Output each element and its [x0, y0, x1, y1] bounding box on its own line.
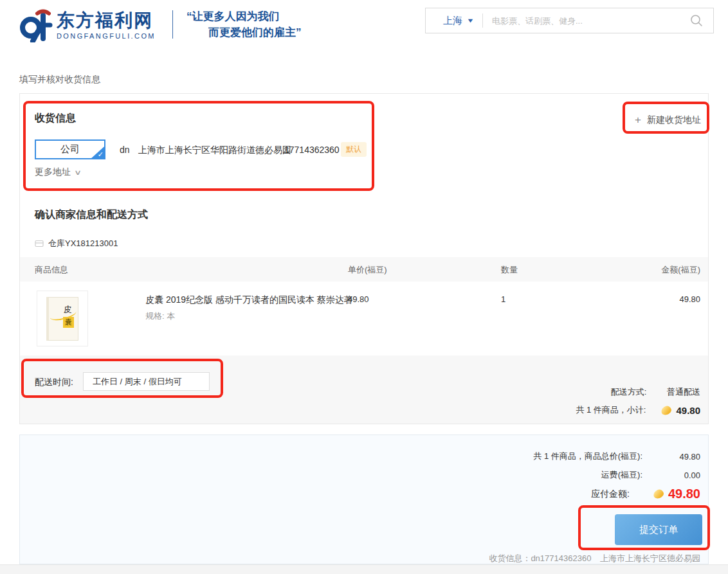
book-cover-char2: 囊 [63, 317, 74, 328]
subtotal-label: 共 1 件商品，小计: [576, 404, 646, 416]
search-input[interactable] [483, 16, 690, 26]
footer-address: 上海市上海长宁区德必易园 [600, 553, 700, 563]
more-addresses-toggle[interactable]: 更多地址 ∨ [35, 166, 80, 178]
bean-icon [652, 489, 664, 499]
shipping-value: 0.00 [642, 471, 700, 480]
logo-domain: DONGFANGFULI.COM [57, 32, 156, 40]
payable-value-wrap: 49.80 [630, 487, 700, 501]
logo-icon [18, 8, 53, 42]
caret-down-icon: ▼ [466, 17, 474, 24]
product-title[interactable]: 皮囊 2019纪念版 感动千万读者的国民读本 蔡崇达著 [145, 294, 353, 306]
slogan-line2: 而更爱他们的雇主” [187, 24, 302, 40]
product-image[interactable]: 皮 囊 [37, 291, 88, 346]
delivery-method-value: 普通配送 [667, 387, 700, 397]
delivery-band: 配送时间: 工作日 / 周末 / 假日均可 配送方式: 普通配送 共 1 件商品… [20, 355, 708, 424]
address-tag-company[interactable]: 公司 ✓ [35, 139, 105, 159]
delivery-time-label: 配送时间: [35, 377, 73, 388]
payable-row: 应付金额: 49.80 [591, 487, 700, 501]
footer-strip [0, 564, 728, 574]
delivery-time-select[interactable]: 工作日 / 周末 / 假日均可 [83, 372, 210, 391]
summary-panel: 共 1 件商品，商品总价(福豆): 49.80 运费(福豆): 0.00 应付金… [19, 435, 709, 564]
shipping-row: 运费(福豆): 0.00 [601, 469, 700, 481]
order-panel: 收货信息 + 新建收货地址 公司 ✓ dn 上海市上海长宁区华阳路街道德必易园 … [19, 93, 709, 424]
slogan-line1: “让更多人因为我们 [187, 8, 302, 24]
total-row: 共 1 件商品，商品总价(福豆): 49.80 [533, 451, 700, 462]
site-logo[interactable]: 东方福利网 DONGFANGFULI.COM [18, 8, 156, 42]
col-product-info: 商品信息 [35, 264, 68, 276]
slogan: “让更多人因为我们 而更爱他们的雇主” [187, 8, 302, 40]
product-table-header: 商品信息 单价(福豆) 数量 金额(福豆) [20, 257, 708, 282]
warehouse-row: 仓库YX181213001 [35, 238, 118, 249]
city-selector[interactable]: 上海 ▼ [426, 15, 482, 27]
more-addresses-label: 更多地址 [35, 166, 71, 178]
chevron-down-icon: ∨ [74, 168, 82, 177]
col-amount: 金额(福豆) [661, 264, 700, 276]
warehouse-icon [35, 239, 44, 248]
logo-title: 东方福利网 [57, 10, 156, 31]
address-tag-label: 公司 [60, 143, 80, 156]
recipient-name: dn [120, 145, 130, 155]
col-quantity: 数量 [501, 264, 518, 276]
new-address-label: 新建收货地址 [647, 114, 701, 126]
receive-info-title: 收货信息 [35, 112, 76, 125]
payable-value: 49.80 [668, 487, 700, 501]
recipient-address: 上海市上海长宁区华阳路街道德必易园 [138, 145, 291, 156]
product-amount: 49.80 [679, 294, 700, 304]
payable-label: 应付金额: [591, 489, 630, 500]
total-label: 共 1 件商品，商品总价(福豆): [533, 451, 642, 462]
book-cover-char1: 皮 [64, 304, 72, 316]
checkout-page: 东方福利网 DONGFANGFULI.COM “让更多人因为我们 而更爱他们的雇… [0, 0, 728, 574]
logo-text: 东方福利网 DONGFANGFULI.COM [57, 10, 156, 40]
search-bar: 上海 ▼ [425, 8, 714, 33]
merchant-section-title: 确认商家信息和配送方式 [35, 208, 148, 222]
footer-name-phone: dn17714362360 [531, 553, 591, 563]
page-title: 填写并核对收货信息 [19, 74, 100, 85]
bean-icon [660, 404, 673, 415]
plus-icon: + [635, 114, 641, 127]
summary-footer: 收货信息：dn17714362360 上海市上海长宁区德必易园 [489, 553, 700, 564]
shipping-label: 运费(福豆): [601, 469, 642, 481]
submit-order-button[interactable]: 提交订单 [615, 514, 702, 545]
default-badge: 默认 [341, 142, 367, 157]
delivery-method-label: 配送方式: [611, 387, 647, 397]
site-header: 东方福利网 DONGFANGFULI.COM “让更多人因为我们 而更爱他们的雇… [0, 0, 728, 58]
footer-label: 收货信息： [489, 553, 531, 563]
search-icon[interactable] [690, 14, 703, 27]
header-divider [172, 10, 173, 39]
recipient-phone: 17714362360 [284, 145, 340, 155]
warehouse-label: 仓库YX181213001 [48, 238, 118, 249]
check-icon: ✓ [98, 151, 104, 158]
subtotal-row: 共 1 件商品，小计: 49.80 [576, 404, 700, 416]
total-value: 49.80 [642, 452, 700, 462]
delivery-method-row: 配送方式: 普通配送 [611, 386, 700, 398]
new-address-button[interactable]: + 新建收货地址 [635, 114, 701, 127]
product-quantity: 1 [501, 294, 505, 304]
col-unit-price: 单价(福豆) [348, 264, 387, 276]
book-cover: 皮 囊 [46, 297, 78, 341]
subtotal-value: 49.80 [676, 405, 700, 416]
city-label: 上海 [443, 15, 462, 27]
product-unit-price: 49.80 [348, 294, 369, 304]
product-spec: 规格: 本 [145, 310, 175, 322]
